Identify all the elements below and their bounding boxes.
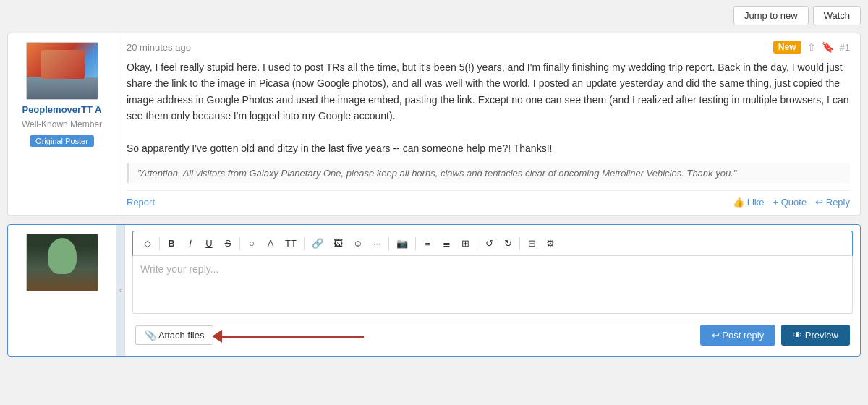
toolbar-text-format-button[interactable]: TT: [281, 236, 301, 251]
post-paragraph-2: So apparently I've gotten old and ditzy …: [127, 140, 850, 156]
toolbar-separator-1: [159, 237, 160, 250]
toolbar-italic-button[interactable]: I: [182, 236, 199, 251]
editor-placeholder: Write your reply...: [140, 263, 218, 275]
toolbar-color-button[interactable]: ○: [243, 236, 260, 251]
arrow-indicator: [219, 330, 364, 341]
share-icon[interactable]: ⇧: [807, 41, 816, 53]
toolbar-image-button[interactable]: 🖼: [329, 236, 347, 251]
avatar: [26, 42, 98, 100]
post-content: 20 minutes ago New ⇧ 🔖 #1 Okay, I feel r…: [116, 33, 860, 215]
reply-avatar: [26, 234, 98, 291]
toolbar-eraser-button[interactable]: ◇: [139, 236, 156, 251]
toolbar-redo-button[interactable]: ↻: [499, 236, 516, 251]
post-actions: 👍 Like + Quote ↩ Reply: [733, 197, 850, 208]
arrow-line: [219, 336, 364, 338]
post-footer: Report 👍 Like + Quote ↩ Reply: [127, 190, 850, 208]
toolbar-bold-button[interactable]: B: [163, 236, 180, 251]
post-meta-right: New ⇧ 🔖 #1: [773, 40, 850, 54]
attach-files-button[interactable]: 📎 Attach files: [135, 325, 213, 345]
reply-sidebar: [8, 225, 116, 356]
original-poster-badge: Original Poster: [30, 135, 94, 147]
toolbar-separator-3: [304, 237, 305, 250]
toolbar-separator-5: [415, 237, 416, 250]
toolbar-camera-button[interactable]: 📷: [392, 236, 412, 251]
toolbar-undo-button[interactable]: ↺: [480, 236, 498, 251]
user-rank: Well-Known Member: [22, 119, 102, 129]
top-bar: Jump to new Watch: [7, 6, 861, 25]
like-button[interactable]: 👍 Like: [733, 197, 764, 208]
toolbar-table-button[interactable]: ⊞: [456, 236, 474, 251]
username: PeoplemoverTT A: [22, 104, 101, 115]
reply-footer: 📎 Attach files ↩ Post reply 👁 Preview: [132, 320, 853, 350]
preview-button[interactable]: 👁 Preview: [781, 325, 850, 346]
toolbar-separator-2: [239, 237, 240, 250]
reply-button[interactable]: ↩ Reply: [815, 197, 850, 208]
reply-content: ◇ B I U S ○ A TT 🔗 🖼 ☺ ··· 📷 ≡ ≣: [125, 225, 860, 356]
toolbar-underline-button[interactable]: U: [200, 236, 218, 251]
page-wrapper: Jump to new Watch PeoplemoverTT A Well-K…: [0, 0, 868, 362]
collapse-handle[interactable]: ‹: [116, 225, 125, 356]
toolbar-strikethrough-button[interactable]: S: [219, 236, 237, 251]
toolbar-align-button[interactable]: ≡: [419, 236, 436, 251]
report-link[interactable]: Report: [127, 197, 155, 208]
post-paragraph-1: Okay, I feel really stupid here. I used …: [127, 59, 850, 124]
toolbar-separator-4: [388, 237, 389, 250]
post-quote: "Attention. All visitors from Galaxy Pla…: [127, 163, 850, 183]
toolbar-list-button[interactable]: ≣: [438, 236, 455, 251]
new-badge: New: [773, 40, 801, 54]
toolbar-insert-button[interactable]: ⊟: [523, 236, 540, 251]
post-timestamp: 20 minutes ago: [127, 42, 191, 53]
post-number: #1: [840, 42, 850, 53]
toolbar-separator-7: [519, 237, 520, 250]
editor-toolbar: ◇ B I U S ○ A TT 🔗 🖼 ☺ ··· 📷 ≡ ≣: [132, 231, 853, 256]
toolbar-link-button[interactable]: 🔗: [307, 236, 328, 251]
toolbar-separator-6: [477, 237, 477, 250]
post-sidebar: PeoplemoverTT A Well-Known Member Origin…: [8, 33, 116, 215]
bookmark-icon[interactable]: 🔖: [822, 41, 834, 53]
post-reply-button[interactable]: ↩ Post reply: [700, 325, 775, 346]
post-body: Okay, I feel really stupid here. I used …: [127, 59, 850, 156]
reply-footer-right: ↩ Post reply 👁 Preview: [700, 325, 850, 346]
toolbar-emoji-button[interactable]: ☺: [349, 236, 367, 251]
jump-to-new-button[interactable]: Jump to new: [733, 6, 809, 25]
reply-footer-left: 📎 Attach files: [135, 325, 364, 345]
editor-text-area[interactable]: Write your reply...: [132, 256, 853, 314]
toolbar-font-button[interactable]: A: [262, 236, 279, 251]
post-meta: 20 minutes ago New ⇧ 🔖 #1: [127, 40, 850, 54]
quote-button[interactable]: + Quote: [773, 197, 807, 208]
reply-card: ‹ ◇ B I U S ○ A TT 🔗 🖼 ☺ ··· 📷: [7, 224, 861, 357]
watch-button[interactable]: Watch: [813, 6, 861, 25]
post-card: PeoplemoverTT A Well-Known Member Origin…: [7, 33, 861, 216]
toolbar-more-button[interactable]: ···: [368, 236, 386, 251]
toolbar-settings-button[interactable]: ⚙: [542, 236, 559, 251]
